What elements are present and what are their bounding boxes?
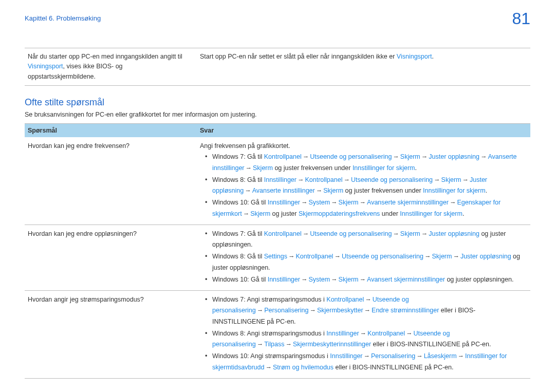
table-row: Hvordan kan jeg endre oppløsningen? Wind… — [25, 225, 530, 290]
hl: Kontrollpanel — [264, 153, 302, 160]
hl: Innstillinger for skjerm — [353, 164, 415, 172]
faq-answer: Windows 7: Gå til Kontrollpanel→Utseende… — [197, 225, 530, 290]
faq-question: Hvordan angir jeg strømsparingsmodus? — [25, 291, 197, 379]
hl: System — [308, 199, 330, 206]
list-item: Windows 10: Gå til Innstillinger→System→… — [207, 197, 527, 219]
hl: Endre strøminnstillinger — [372, 307, 439, 314]
hl: Innstillinger for skjerm — [400, 210, 462, 217]
answer-list: Windows 7: Gå til Kontrollpanel→Utseende… — [200, 152, 527, 219]
arrow-icon: → — [315, 187, 324, 194]
hl: Personalisering — [371, 352, 415, 360]
text: Windows 7: Gå til — [212, 230, 264, 237]
page-number: 81 — [512, 9, 530, 28]
hl: Utseende og personalisering — [342, 253, 423, 260]
hl: Skjerm — [339, 276, 359, 283]
list-item: Windows 7: Gå til Kontrollpanel→Utseende… — [207, 152, 527, 174]
hl: Innstillinger — [268, 276, 300, 283]
arrow-icon: → — [244, 187, 252, 194]
arrow-icon: → — [287, 253, 296, 260]
hl: Skjermbeskytterinnstillinger — [293, 341, 371, 348]
hl: Skjerm — [400, 153, 420, 160]
arrow-icon: → — [342, 176, 351, 183]
hl: Kontrollpanel — [367, 330, 405, 337]
hl: Kontrollpanel — [295, 253, 333, 260]
table-header-row: Spørsmål Svar — [25, 124, 530, 138]
hl: Innstillinger — [330, 352, 362, 360]
info-issue-cell: Når du starter opp PC-en med inngangskil… — [25, 48, 197, 86]
hl: Utseende og personalisering — [310, 230, 392, 237]
faq-question: Hvordan kan jeg endre frekvensen? — [25, 137, 197, 225]
arrow-icon: → — [457, 352, 466, 360]
hl: Avanserte skjerminnstillinger — [367, 199, 449, 206]
hl: Personalisering — [264, 307, 308, 314]
hl: Kontrollpanel — [264, 230, 302, 237]
hl: Settings — [264, 253, 287, 260]
arrow-icon: → — [300, 276, 309, 283]
hl: Utseende og personalisering — [310, 153, 392, 160]
text: Windows 10: Angi strømsparingsmodus i — [212, 352, 330, 360]
arrow-icon: → — [363, 307, 372, 314]
text: og juster frekvensen under — [273, 164, 353, 172]
arrow-icon: → — [359, 276, 367, 283]
hl: Juster oppløsning — [429, 230, 479, 237]
arrow-icon: → — [449, 199, 457, 206]
hl: Skjerm — [432, 253, 452, 260]
hl: Kontrollpanel — [326, 296, 364, 303]
list-item: Windows 8: Angi strømsparingsmodus i Inn… — [207, 328, 527, 350]
arrow-icon: → — [461, 176, 470, 183]
arrow-icon: → — [284, 341, 293, 348]
arrow-icon: → — [415, 352, 424, 360]
table-row: Hvordan kan jeg endre frekvensen? Angi f… — [25, 137, 530, 225]
arrow-icon: → — [392, 153, 400, 160]
text: under — [380, 210, 400, 217]
info-table: Når du starter opp PC-en med inngangskil… — [25, 48, 530, 86]
faq-answer: Angi frekvensen på grafikkortet. Windows… — [197, 137, 530, 225]
text: Windows 7: Angi strømsparingsmodus i — [212, 296, 326, 303]
faq-question: Hvordan kan jeg endre oppløsningen? — [25, 225, 197, 290]
page-content: Når du starter opp PC-en med inngangskil… — [0, 48, 555, 379]
text: Windows 8: Gå til — [212, 176, 264, 183]
text: og juster — [270, 210, 299, 217]
hl: Innstillinger — [268, 199, 300, 206]
answer-intro: Angi frekvensen på grafikkortet. — [200, 141, 527, 152]
hl: Utseende og personalisering — [351, 176, 433, 183]
arrow-icon: → — [256, 307, 265, 314]
list-item: Windows 10: Gå til Innstillinger→System→… — [207, 274, 527, 285]
list-item: Windows 8: Gå til Innstillinger→Kontroll… — [207, 175, 527, 197]
col-header-question: Spørsmål — [25, 124, 197, 138]
arrow-icon: → — [308, 307, 317, 314]
info-solution-cell: Start opp PC-en når settet er slått på e… — [197, 48, 530, 86]
hl: Innstillinger — [326, 330, 359, 337]
text: Når du starter opp PC-en med inngangskil… — [28, 53, 182, 60]
highlight-visningsport: Visningsport — [28, 63, 63, 70]
hl: Skjerm — [323, 187, 343, 194]
hl: Skjermbeskytter — [317, 307, 363, 314]
arrow-icon: → — [420, 153, 429, 160]
text: eller i BIOS-INNSTILLINGENE på PC-en. — [334, 364, 453, 371]
text: . — [415, 164, 416, 172]
arrow-icon: → — [302, 230, 310, 237]
chapter-title: Kapittel 6. Problemsøking — [25, 14, 101, 22]
arrow-icon: → — [479, 153, 488, 160]
arrow-icon: → — [333, 253, 342, 260]
faq-section-title: Ofte stilte spørsmål — [25, 97, 530, 108]
list-item: Windows 8: Gå til Settings→Kontrollpanel… — [207, 251, 527, 273]
hl: Tilpass — [264, 341, 284, 348]
hl: Innstillinger — [264, 176, 297, 183]
text: Windows 7: Gå til — [212, 153, 264, 160]
col-header-answer: Svar — [197, 124, 530, 138]
arrow-icon: → — [297, 176, 305, 183]
page-header: Kapittel 6. Problemsøking 81 — [0, 0, 555, 33]
list-item: Windows 10: Angi strømsparingsmodus i In… — [207, 351, 527, 373]
text: Windows 8: Gå til — [212, 253, 264, 260]
arrow-icon: → — [300, 199, 309, 206]
text: Windows 8: Angi strømsparingsmodus i — [212, 330, 326, 337]
arrow-icon: → — [392, 230, 400, 237]
hl: Avanserte innstillinger — [252, 187, 315, 194]
text: Windows 10: Gå til — [212, 199, 268, 206]
answer-list: Windows 7: Gå til Kontrollpanel→Utseende… — [200, 229, 527, 285]
arrow-icon: → — [330, 276, 339, 283]
arrow-icon: → — [364, 296, 373, 303]
hl: Juster oppløsning — [429, 153, 479, 160]
faq-answer: Windows 7: Angi strømsparingsmodus i Kon… — [197, 291, 530, 379]
